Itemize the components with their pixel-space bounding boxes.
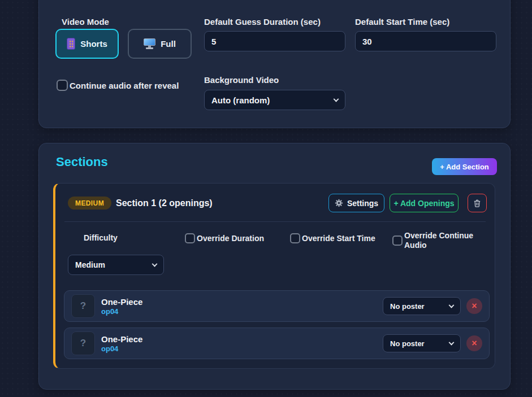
opening-title: One-Piece xyxy=(101,297,142,307)
poster-select[interactable]: No poster xyxy=(383,297,461,315)
difficulty-select-box: Medium xyxy=(68,255,164,275)
override-start-time-label: Override Start Time xyxy=(302,234,375,243)
global-settings-panel: Global Settings Video Mode Shorts Full D… xyxy=(38,0,511,128)
difficulty-label: Difficulty xyxy=(84,233,118,242)
opening-meta: One-Piece op04 xyxy=(101,297,142,316)
add-section-button[interactable]: + Add Section xyxy=(432,158,497,175)
start-time-input[interactable] xyxy=(355,31,496,51)
opening-meta: One-Piece op04 xyxy=(101,334,142,353)
difficulty-badge: MEDIUM xyxy=(68,197,111,210)
guess-duration-input[interactable] xyxy=(204,31,345,51)
opening-code: op04 xyxy=(101,307,142,316)
remove-opening-button[interactable]: × xyxy=(466,335,482,351)
opening-code: op04 xyxy=(101,344,142,353)
poster-select-box: No poster xyxy=(383,297,461,315)
section-title: Section 1 (2 openings) xyxy=(116,198,213,208)
override-duration-row: Override Duration xyxy=(185,233,264,243)
sections-panel: Sections + Add Section MEDIUM Section 1 … xyxy=(38,143,511,390)
gear-icon xyxy=(335,199,343,207)
continue-audio-checkbox[interactable] xyxy=(57,80,68,91)
override-duration-checkbox[interactable] xyxy=(185,233,195,243)
settings-button-label: Settings xyxy=(347,199,378,208)
remove-opening-button[interactable]: × xyxy=(466,298,482,314)
section-settings-button[interactable]: Settings xyxy=(328,194,384,212)
opening-thumbnail-placeholder: ? xyxy=(71,331,95,355)
difficulty-select[interactable]: Medium xyxy=(68,255,164,275)
page: Global Settings Video Mode Shorts Full D… xyxy=(0,0,532,397)
section-header-divider xyxy=(64,221,486,222)
opening-thumbnail-placeholder: ? xyxy=(71,294,95,318)
background-video-select-box: Auto (random) xyxy=(204,90,345,110)
override-continue-audio-row: Override Continue Audio xyxy=(392,231,475,250)
opening-title: One-Piece xyxy=(101,334,142,344)
add-openings-button[interactable]: + Add Openings xyxy=(390,194,459,212)
video-mode-shorts-button[interactable]: Shorts xyxy=(55,29,119,59)
trash-icon xyxy=(473,199,482,208)
video-mode-full-button[interactable]: Full xyxy=(128,29,192,59)
full-button-label: Full xyxy=(161,39,176,49)
opening-row: ? One-Piece op04 No poster × xyxy=(64,328,490,359)
override-continue-audio-label: Override Continue Audio xyxy=(404,231,475,250)
opening-row: ? One-Piece op04 No poster × xyxy=(64,290,490,322)
x-icon: × xyxy=(472,339,477,348)
override-start-time-checkbox[interactable] xyxy=(290,233,300,243)
background-video-select[interactable]: Auto (random) xyxy=(204,90,345,110)
phone-icon xyxy=(67,38,75,50)
override-duration-label: Override Duration xyxy=(197,234,264,243)
continue-audio-checkbox-row: Continue audio after reveal xyxy=(57,80,179,91)
x-icon: × xyxy=(472,302,477,311)
poster-select-box: No poster xyxy=(383,334,461,352)
start-time-label: Default Start Time (sec) xyxy=(355,17,449,27)
sections-title: Sections xyxy=(56,155,108,169)
background-video-label: Background Video xyxy=(204,75,279,85)
delete-section-button[interactable] xyxy=(468,194,487,212)
video-mode-label: Video Mode xyxy=(62,17,109,27)
guess-duration-label: Default Guess Duration (sec) xyxy=(204,17,321,27)
monitor-icon xyxy=(144,38,155,50)
override-continue-audio-checkbox[interactable] xyxy=(392,235,403,246)
shorts-button-label: Shorts xyxy=(80,39,107,49)
section-card: MEDIUM Section 1 (2 openings) Settings +… xyxy=(53,183,495,369)
poster-select[interactable]: No poster xyxy=(383,334,461,352)
continue-audio-label: Continue audio after reveal xyxy=(70,81,179,90)
override-start-time-row: Override Start Time xyxy=(290,233,375,243)
